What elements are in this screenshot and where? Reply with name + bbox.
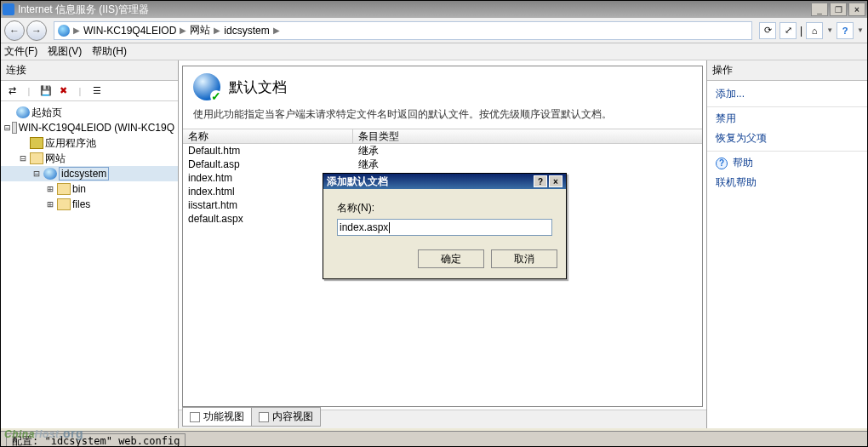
close-button[interactable]: ×: [848, 3, 865, 16]
actions-list: 添加... 禁用 恢复为父项 ? 帮助 联机帮助: [707, 81, 867, 196]
tree-start-page[interactable]: 起始页: [1, 105, 178, 120]
features-icon: [190, 412, 200, 422]
tree-label: files: [72, 198, 90, 210]
cancel-button[interactable]: 取消: [491, 249, 557, 268]
name-input[interactable]: index.aspx: [337, 219, 552, 236]
dropdown-icon[interactable]: ▼: [826, 26, 833, 34]
tree-app-pools[interactable]: 应用程序池: [1, 135, 178, 151]
menu-help[interactable]: 帮助(H): [92, 44, 127, 59]
tree-folder-bin[interactable]: ⊞ bin: [1, 181, 178, 197]
action-help[interactable]: ? 帮助: [707, 153, 867, 173]
minimize-button[interactable]: _: [811, 3, 828, 16]
breadcrumb[interactable]: ▶ WIN-KC19Q4LEIOD ▶ 网站 ▶ idcsystem ▶: [54, 21, 752, 40]
server-icon: [12, 122, 16, 134]
dialog-close-button[interactable]: ×: [549, 175, 562, 187]
tab-features-view[interactable]: 功能视图: [182, 407, 252, 427]
separator-icon: |: [21, 83, 37, 99]
text-cursor: [389, 222, 390, 233]
folder-icon: [57, 183, 71, 195]
actions-panel: 操作 添加... 禁用 恢复为父项 ? 帮助 联机帮助: [706, 60, 867, 428]
refresh-button[interactable]: ⟳: [759, 22, 776, 39]
back-button[interactable]: ←: [4, 20, 25, 41]
action-disable[interactable]: 禁用: [707, 109, 867, 129]
connections-tree: 起始页 ⊟ WIN-KC19Q4LEIOD (WIN-KC19Q 应用程序池 ⊟…: [1, 101, 178, 428]
action-revert[interactable]: 恢复为父项: [707, 129, 867, 152]
col-type[interactable]: 条目类型: [353, 129, 702, 144]
view-tabs: 功能视图 内容视图: [179, 410, 706, 428]
action-online-help[interactable]: 联机帮助: [707, 173, 867, 192]
tree-site-idcsystem[interactable]: ⊟ idcsystem: [1, 166, 178, 181]
save-icon[interactable]: 💾: [38, 83, 54, 99]
delete-icon[interactable]: ✖: [55, 83, 71, 99]
grid-header: 名称 条目类型: [183, 129, 702, 144]
help-icon: ?: [716, 158, 728, 169]
name-label: 名称(N):: [337, 201, 552, 215]
col-name[interactable]: 名称: [183, 129, 353, 144]
chevron-right-icon: ▶: [180, 26, 186, 35]
restore-button[interactable]: ❐: [830, 3, 847, 16]
window-titlebar: Internet 信息服务 (IIS)管理器 _ ❐ ×: [1, 1, 867, 18]
tree-label: WIN-KC19Q4LEIOD (WIN-KC19Q: [19, 122, 174, 134]
tab-label: 功能视图: [203, 410, 244, 424]
content-icon: [259, 412, 269, 422]
connections-header: 连接: [1, 60, 178, 81]
breadcrumb-sites[interactable]: 网站: [190, 23, 210, 37]
expand-icon[interactable]: ⊞: [45, 198, 55, 210]
group-icon[interactable]: ☰: [89, 83, 105, 99]
pool-icon: [30, 137, 43, 149]
connections-toolbar: ⇄ | 💾 ✖ | ☰: [1, 81, 178, 101]
dropdown-icon[interactable]: ▼: [857, 26, 864, 34]
dialog-body: 名称(N): index.aspx: [323, 189, 566, 244]
tab-label: 内容视图: [272, 410, 313, 424]
collapse-icon[interactable]: ⊟: [18, 152, 28, 164]
table-row[interactable]: Default.asp继承: [183, 158, 702, 171]
separator: |: [800, 25, 802, 37]
menu-file[interactable]: 文件(F): [4, 44, 37, 59]
collapse-icon[interactable]: ⊟: [31, 168, 42, 180]
dialog-help-button[interactable]: ?: [534, 175, 547, 187]
menu-bar: 文件(F) 视图(V) 帮助(H): [1, 43, 867, 60]
nav-actions: ⟳ ⤢ | ⌂ ▼ ? ▼: [759, 22, 864, 39]
breadcrumb-host[interactable]: WIN-KC19Q4LEIOD: [83, 25, 176, 37]
tree-host[interactable]: ⊟ WIN-KC19Q4LEIOD (WIN-KC19Q: [1, 120, 178, 135]
window-buttons: _ ❐ ×: [811, 3, 865, 16]
table-row[interactable]: Default.htm继承: [183, 144, 702, 158]
tree-label: idcsystem: [59, 167, 109, 181]
tree-label: bin: [72, 183, 86, 195]
navigation-bar: ← → ▶ WIN-KC19Q4LEIOD ▶ 网站 ▶ idcsystem ▶…: [1, 18, 867, 43]
default-document-icon: [193, 73, 220, 100]
add-default-document-dialog: 添加默认文档 ? × 名称(N): index.aspx 确定 取消: [323, 173, 567, 279]
folder-icon: [30, 152, 43, 164]
tree-sites[interactable]: ⊟ 网站: [1, 151, 178, 166]
ok-button[interactable]: 确定: [418, 249, 484, 268]
tab-content-view[interactable]: 内容视图: [251, 407, 321, 427]
feature-header: 默认文档: [183, 66, 702, 107]
status-text: 配置: "idcsystem" web.config: [6, 433, 186, 447]
chevron-right-icon: ▶: [273, 26, 280, 35]
page-title: 默认文档: [229, 77, 287, 97]
connect-icon[interactable]: ⇄: [4, 83, 20, 99]
separator-icon: |: [72, 83, 88, 99]
dialog-titlebar[interactable]: 添加默认文档 ? ×: [323, 174, 566, 189]
home-button[interactable]: ⌂: [806, 22, 823, 39]
action-add[interactable]: 添加...: [707, 84, 867, 107]
actions-header: 操作: [707, 60, 867, 81]
page-description: 使用此功能指定当客户端未请求特定文件名时返回的默认文件。按优先级顺序设置默认文档…: [183, 107, 702, 129]
menu-view[interactable]: 视图(V): [48, 44, 82, 59]
site-icon: [43, 168, 57, 180]
globe-icon: [16, 106, 30, 118]
explore-button[interactable]: ⤢: [779, 22, 797, 39]
help-button[interactable]: ?: [837, 22, 854, 39]
globe-icon: [58, 25, 70, 37]
expand-icon[interactable]: ⊞: [45, 183, 55, 195]
forward-button[interactable]: →: [26, 20, 47, 41]
tree-folder-files[interactable]: ⊞ files: [1, 197, 178, 212]
folder-icon: [57, 198, 71, 210]
collapse-icon[interactable]: ⊟: [4, 122, 10, 134]
breadcrumb-site[interactable]: idcsystem: [224, 25, 269, 37]
tree-label: 应用程序池: [45, 136, 96, 151]
connections-panel: 连接 ⇄ | 💾 ✖ | ☰ 起始页 ⊟ WIN-KC19Q4LEIOD (WI…: [1, 60, 179, 428]
tree-label: 网站: [45, 152, 66, 166]
chevron-right-icon: ▶: [73, 26, 80, 35]
dialog-title: 添加默认文档: [327, 175, 532, 189]
